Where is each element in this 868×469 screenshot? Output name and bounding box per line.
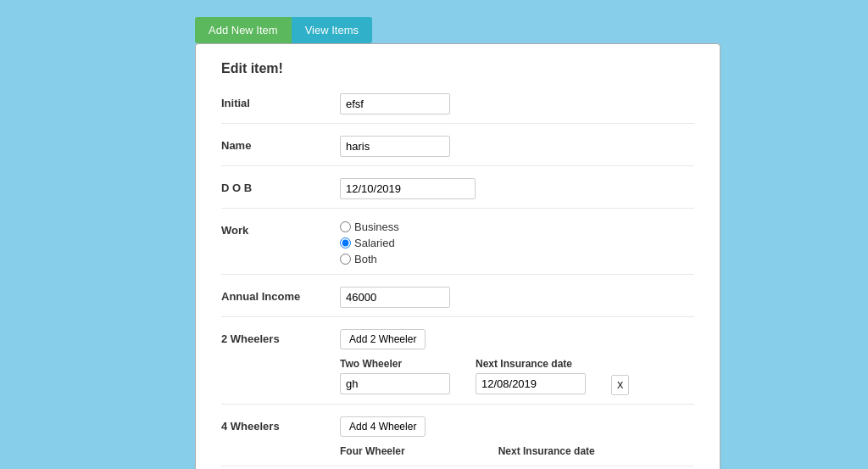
name-label: Name — [221, 136, 340, 152]
two-wheelers-label: 2 Wheelers — [221, 329, 340, 345]
work-business-label: Business — [354, 221, 399, 233]
work-field: Business Salaried Both — [340, 221, 694, 265]
annual-income-row: Annual Income — [221, 287, 694, 317]
work-row: Work Business Salaried Both — [221, 221, 694, 275]
two-wheelers-field: Add 2 Wheeler Two Wheeler Next Insurance… — [340, 329, 694, 395]
form-container: Edit item! Initial Name D O B Work — [195, 43, 721, 469]
four-wheeler-next-ins-label: Next Insurance date — [498, 445, 595, 457]
two-wheeler-delete-button[interactable]: X — [611, 375, 629, 395]
two-wheeler-col-label: Two Wheeler — [340, 358, 450, 370]
top-nav: Add New ItemView Items — [195, 17, 851, 43]
four-wheelers-label: 4 Wheelers — [221, 416, 340, 433]
four-wheelers-row: 4 Wheelers Add 4 Wheeler Four Wheeler Ne… — [221, 416, 694, 466]
view-items-button[interactable]: View Items — [292, 17, 372, 43]
name-input[interactable] — [340, 136, 450, 157]
two-wheeler-next-ins-input[interactable] — [476, 373, 586, 394]
work-salaried-radio[interactable] — [340, 237, 351, 248]
form-title: Edit item! — [221, 61, 694, 76]
dob-row: D O B — [221, 178, 694, 209]
work-both-option[interactable]: Both — [340, 253, 694, 265]
four-wheelers-field: Add 4 Wheeler Four Wheeler Next Insuranc… — [340, 416, 694, 457]
initial-label: Initial — [221, 93, 340, 109]
add-2-wheeler-button[interactable]: Add 2 Wheeler — [340, 329, 426, 349]
annual-income-label: Annual Income — [221, 287, 340, 303]
work-salaried-label: Salaried — [354, 237, 395, 249]
initial-field — [340, 93, 694, 114]
initial-row: Initial — [221, 93, 694, 124]
dob-label: D O B — [221, 178, 340, 194]
four-wheeler-col-label: Four Wheeler — [340, 445, 405, 457]
name-field — [340, 136, 694, 157]
annual-income-field — [340, 287, 694, 308]
work-salaried-option[interactable]: Salaried — [340, 237, 694, 249]
work-label: Work — [221, 221, 340, 237]
work-both-label: Both — [354, 253, 377, 265]
annual-income-input[interactable] — [340, 287, 450, 308]
add-new-button[interactable]: Add New Item — [195, 17, 292, 43]
initial-input[interactable] — [340, 93, 450, 114]
work-both-radio[interactable] — [340, 254, 351, 265]
name-row: Name — [221, 136, 694, 166]
two-wheeler-input[interactable] — [340, 373, 450, 394]
two-wheelers-row: 2 Wheelers Add 2 Wheeler Two Wheeler Nex… — [221, 329, 694, 405]
add-4-wheeler-button[interactable]: Add 4 Wheeler — [340, 416, 426, 437]
two-wheeler-next-ins-label: Next Insurance date — [476, 358, 586, 370]
work-business-option[interactable]: Business — [340, 221, 694, 233]
work-business-radio[interactable] — [340, 221, 351, 232]
dob-input[interactable] — [340, 178, 476, 199]
dob-field — [340, 178, 694, 199]
